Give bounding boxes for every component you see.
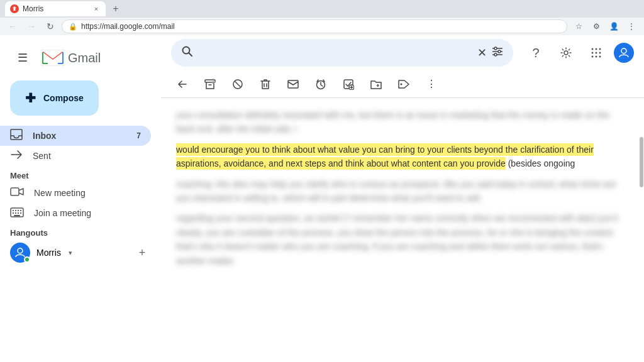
gmail-logo: Gmail	[42, 50, 101, 66]
snooze-btn[interactable]	[309, 73, 332, 96]
svg-point-22	[592, 48, 594, 50]
blurred-paragraph-3: regarding your second question, as rache…	[176, 211, 629, 268]
svg-point-28	[592, 56, 594, 58]
delete-btn[interactable]	[254, 73, 277, 96]
join-meeting-label: Join a meeting	[34, 208, 91, 218]
svg-point-19	[498, 50, 501, 53]
grid-btn[interactable]	[584, 40, 609, 65]
inbox-label: Inbox	[33, 131, 126, 141]
inbox-icon	[10, 129, 23, 143]
email-paragraph-highlighted: would encourage you to think about what …	[176, 143, 629, 171]
svg-rect-37	[288, 80, 298, 88]
scrollbar-thumb[interactable]	[640, 137, 643, 187]
svg-rect-12	[14, 215, 20, 216]
add-task-btn[interactable]	[337, 73, 360, 96]
menu-btn[interactable]: ☰	[10, 45, 35, 70]
compose-plus-icon: ✚	[25, 90, 36, 106]
topbar-actions: ?	[523, 40, 634, 65]
blurred-paragraph-1: your consultation definitely resonated w…	[176, 108, 629, 136]
browser-toolbar-actions: ☆ ⚙ 👤 ⋮	[571, 19, 639, 34]
svg-rect-7	[20, 210, 21, 211]
account-btn[interactable]: 👤	[606, 19, 621, 34]
svg-rect-5	[15, 210, 16, 211]
scrollbar[interactable]	[639, 98, 644, 362]
browser-toolbar: ← → ↻ 🔒 https://mail.google.com/mail ☆ ⚙…	[0, 18, 644, 35]
svg-point-24	[599, 48, 601, 50]
svg-point-18	[494, 47, 497, 50]
mark-unread-btn[interactable]	[282, 73, 304, 96]
hangout-dropdown-icon[interactable]: ▾	[69, 249, 72, 257]
email-content: your consultation definitely resonated w…	[161, 98, 644, 362]
camera-icon	[10, 187, 24, 200]
compose-btn[interactable]: ✚ Compose	[10, 80, 99, 116]
email-body: your consultation definitely resonated w…	[176, 108, 629, 268]
bookmark-btn[interactable]: ☆	[571, 19, 586, 34]
address-text: https://mail.google.com/mail	[81, 22, 560, 31]
svg-rect-11	[20, 212, 21, 214]
svg-rect-10	[18, 212, 19, 214]
email-toolbar: ⋮	[161, 70, 644, 98]
svg-point-25	[592, 52, 594, 54]
forward-btn[interactable]: →	[24, 19, 39, 34]
browser-tabs: Morris × +	[0, 0, 644, 18]
svg-point-13	[18, 248, 23, 253]
search-bar[interactable]: ✕	[171, 39, 513, 67]
svg-rect-32	[205, 80, 215, 82]
svg-point-41	[401, 83, 402, 85]
lock-icon: 🔒	[69, 23, 77, 31]
label-as-btn[interactable]	[392, 73, 415, 96]
meet-section-label: Meet	[0, 166, 161, 183]
svg-point-26	[596, 52, 597, 54]
tab-favicon	[10, 4, 19, 13]
new-tab-btn[interactable]: +	[108, 1, 123, 16]
svg-rect-2	[11, 188, 19, 195]
main-content: ✕ ?	[161, 35, 644, 362]
keyboard-icon	[10, 207, 24, 219]
hangout-user-item[interactable]: Morris ▾ +	[0, 240, 161, 265]
help-btn[interactable]: ?	[523, 40, 548, 65]
user-avatar[interactable]	[614, 43, 634, 63]
more-btn[interactable]: ⋮	[624, 19, 639, 34]
svg-rect-9	[15, 212, 16, 214]
tab-close-btn[interactable]: ×	[92, 4, 101, 13]
svg-point-27	[599, 52, 601, 54]
svg-point-21	[564, 51, 568, 55]
archive-btn[interactable]	[199, 73, 221, 96]
svg-point-20	[494, 53, 497, 56]
hangout-user-name: Morris	[36, 248, 61, 258]
address-bar[interactable]: 🔒 https://mail.google.com/mail	[62, 19, 567, 33]
extensions-btn[interactable]: ⚙	[589, 19, 604, 34]
svg-point-31	[621, 48, 626, 53]
sidebar-item-sent[interactable]: Sent	[0, 146, 151, 166]
inbox-badge: 7	[136, 131, 141, 140]
hangouts-section-label: Hangouts	[0, 223, 161, 240]
move-to-btn[interactable]	[365, 73, 387, 96]
search-icon[interactable]	[181, 45, 194, 61]
compose-label: Compose	[43, 93, 84, 103]
back-btn[interactable]: ←	[5, 19, 20, 34]
sidebar: ☰ Gmail ✚ Compose	[0, 35, 161, 362]
report-spam-btn[interactable]	[226, 73, 249, 96]
gmail-header: ☰ Gmail	[0, 40, 161, 75]
svg-point-29	[596, 56, 597, 58]
refresh-btn[interactable]: ↻	[43, 19, 58, 34]
meet-new-meeting[interactable]: New meeting	[0, 183, 151, 203]
search-clear-btn[interactable]: ✕	[477, 46, 487, 60]
blurred-paragraph-2: coaching. this also may help you clarify…	[176, 177, 629, 206]
search-filter-btn[interactable]	[492, 47, 503, 60]
svg-point-23	[596, 48, 597, 50]
more-actions-btn[interactable]: ⋮	[420, 73, 443, 96]
hangout-add-btn[interactable]: +	[133, 244, 151, 261]
settings-btn[interactable]	[553, 40, 579, 65]
active-tab[interactable]: Morris ×	[5, 1, 106, 16]
normal-continuation: (besides ongoing	[508, 158, 575, 168]
gmail-app: ☰ Gmail ✚ Compose	[0, 35, 644, 362]
sidebar-item-inbox[interactable]: Inbox 7	[0, 126, 151, 146]
svg-rect-8	[13, 212, 14, 214]
back-to-list-btn[interactable]	[171, 73, 194, 96]
svg-rect-4	[13, 210, 14, 211]
svg-rect-6	[18, 210, 19, 211]
meet-join-meeting[interactable]: Join a meeting	[0, 203, 151, 223]
hangout-avatar	[10, 243, 30, 263]
svg-line-34	[235, 82, 240, 87]
